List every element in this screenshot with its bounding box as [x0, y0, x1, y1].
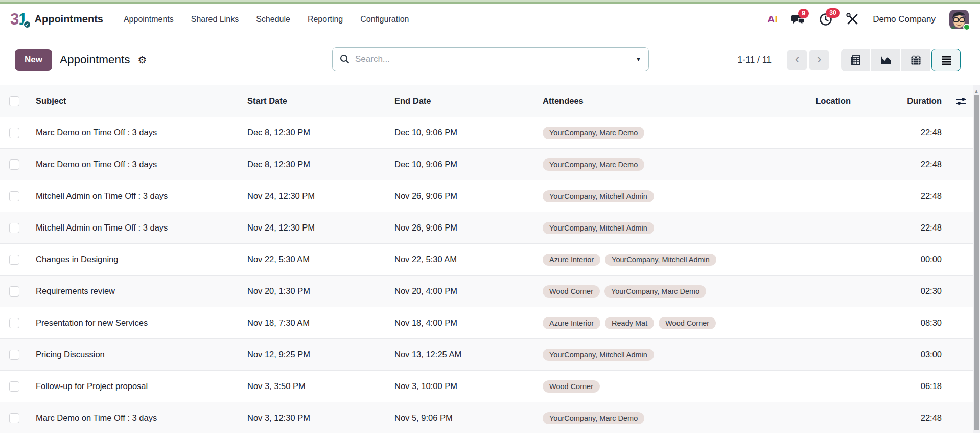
- row-checkbox[interactable]: [9, 381, 19, 392]
- table-row[interactable]: Requirements review Nov 20, 1:30 PM Nov …: [0, 276, 980, 307]
- row-checkbox[interactable]: [9, 413, 19, 423]
- calendar-view-button[interactable]: [901, 49, 930, 71]
- pager-previous-button[interactable]: ‹: [787, 50, 807, 70]
- menu-item-reporting[interactable]: Reporting: [308, 15, 343, 24]
- cell-duration: 22:48: [851, 223, 942, 233]
- menu-item-appointments[interactable]: Appointments: [124, 15, 174, 24]
- cell-subject: Changes in Designing: [36, 255, 247, 264]
- activities-button[interactable]: 30: [819, 13, 832, 26]
- pivot-table-icon: [850, 54, 861, 66]
- cell-end-date: Dec 10, 9:06 PM: [394, 159, 543, 169]
- attendee-tag: Ready Mat: [605, 317, 654, 329]
- control-panel: New Appointments ⚙ ▼ 1-11 / 11 ‹ ›: [0, 35, 980, 84]
- menu-item-configuration[interactable]: Configuration: [360, 15, 409, 24]
- attendee-tag: YourCompany, Mitchell Admin: [605, 254, 716, 266]
- table-row[interactable]: Changes in Designing Nov 22, 5:30 AM Nov…: [0, 244, 980, 276]
- row-checkbox[interactable]: [9, 255, 19, 265]
- attendee-tag: YourCompany, Mitchell Admin: [543, 222, 654, 234]
- table-row[interactable]: Pricing Discussion Nov 12, 9:25 PM Nov 1…: [0, 339, 980, 371]
- company-switcher[interactable]: Demo Company: [873, 14, 936, 25]
- attendee-tag: Wood Corner: [543, 380, 600, 393]
- messages-button[interactable]: 9: [791, 13, 805, 26]
- table-row[interactable]: Marc Demo on Time Off : 3 days Dec 8, 12…: [0, 117, 980, 149]
- cell-end-date: Nov 26, 9:06 PM: [394, 223, 543, 233]
- table-row[interactable]: Follow-up for Project proposal Nov 3, 3:…: [0, 371, 980, 402]
- column-options-button[interactable]: [955, 96, 967, 107]
- table-header-row: Subject Start Date End Date Attendees Lo…: [0, 85, 980, 117]
- header-start-date[interactable]: Start Date: [247, 96, 394, 106]
- settings-tools-button[interactable]: [846, 13, 859, 26]
- header-subject[interactable]: Subject: [36, 96, 247, 106]
- cell-subject: Marc Demo on Time Off : 3 days: [36, 159, 247, 169]
- gear-icon[interactable]: ⚙: [138, 55, 147, 65]
- graph-view-button[interactable]: [871, 49, 900, 71]
- appointments-list: Subject Start Date End Date Attendees Lo…: [0, 85, 980, 433]
- cell-start-date: Nov 3, 12:30 PM: [247, 413, 394, 423]
- scroll-up-arrow-icon[interactable]: ▲: [973, 85, 980, 94]
- menu-item-shared-links[interactable]: Shared Links: [191, 15, 239, 24]
- cell-start-date: Nov 3, 3:50 PM: [247, 381, 394, 391]
- ai-assistant-icon[interactable]: AI: [767, 14, 778, 25]
- pivot-view-button[interactable]: [841, 49, 870, 71]
- appointments-app-logo-icon[interactable]: 3 1 ✓: [10, 11, 28, 27]
- scrollbar-thumb[interactable]: [974, 95, 979, 430]
- cell-end-date: Nov 13, 12:25 AM: [394, 350, 543, 359]
- cell-attendees: YourCompany, Marc Demo: [543, 412, 769, 424]
- attendee-tag: Wood Corner: [659, 317, 716, 329]
- search-options-toggle[interactable]: ▼: [628, 48, 648, 71]
- header-end-date[interactable]: End Date: [394, 96, 543, 106]
- cell-start-date: Nov 22, 5:30 AM: [247, 255, 394, 264]
- cell-end-date: Nov 5, 9:06 PM: [394, 413, 543, 423]
- table-row[interactable]: Mitchell Admin on Time Off : 3 days Nov …: [0, 212, 980, 244]
- view-switcher: [841, 49, 961, 71]
- logo-digit-3: 3: [10, 11, 18, 27]
- cell-duration: 02:30: [851, 286, 942, 296]
- cell-end-date: Nov 22, 5:30 AM: [394, 255, 543, 264]
- cell-end-date: Dec 10, 9:06 PM: [394, 128, 543, 138]
- cell-start-date: Nov 18, 7:30 AM: [247, 318, 394, 328]
- main-navbar: 3 1 ✓ Appointments Appointments Shared L…: [0, 4, 980, 35]
- menu-item-schedule[interactable]: Schedule: [256, 15, 290, 24]
- search-input[interactable]: [355, 54, 621, 64]
- search-input-area[interactable]: [333, 48, 628, 71]
- header-duration[interactable]: Duration: [851, 96, 942, 106]
- cell-subject: Pricing Discussion: [36, 350, 247, 359]
- header-attendees[interactable]: Attendees: [543, 96, 769, 106]
- select-all-checkbox[interactable]: [9, 96, 19, 106]
- user-menu[interactable]: [949, 10, 969, 29]
- pager-next-button[interactable]: ›: [809, 50, 829, 70]
- cell-attendees: YourCompany, Mitchell Admin: [543, 190, 769, 202]
- cell-subject: Marc Demo on Time Off : 3 days: [36, 128, 247, 138]
- row-checkbox[interactable]: [9, 286, 19, 297]
- cell-duration: 08:30: [851, 318, 942, 328]
- cell-duration: 22:48: [851, 128, 942, 138]
- vertical-scrollbar[interactable]: ▲: [973, 85, 980, 433]
- cell-duration: 22:48: [851, 159, 942, 169]
- table-row[interactable]: Presentation for new Services Nov 18, 7:…: [0, 307, 980, 339]
- cell-subject: Mitchell Admin on Time Off : 3 days: [36, 191, 247, 201]
- row-checkbox[interactable]: [9, 350, 19, 360]
- header-location[interactable]: Location: [769, 96, 851, 106]
- app-name[interactable]: Appointments: [35, 13, 103, 25]
- row-checkbox[interactable]: [9, 128, 19, 138]
- pager-counter: 1-11 / 11: [738, 55, 772, 65]
- table-row[interactable]: Marc Demo on Time Off : 3 days Dec 8, 12…: [0, 149, 980, 180]
- row-checkbox[interactable]: [9, 159, 19, 170]
- list-view-button[interactable]: [931, 49, 961, 71]
- row-checkbox[interactable]: [9, 318, 19, 328]
- breadcrumb[interactable]: Appointments: [60, 53, 130, 66]
- messages-count-badge: 9: [798, 9, 809, 18]
- table-row[interactable]: Marc Demo on Time Off : 3 days Nov 3, 12…: [0, 402, 980, 433]
- search-icon: [340, 54, 349, 64]
- caret-down-icon: ▼: [636, 56, 641, 62]
- online-status-dot: [963, 24, 970, 31]
- row-checkbox[interactable]: [9, 191, 19, 201]
- cell-attendees: Azure InteriorYourCompany, Mitchell Admi…: [543, 254, 769, 266]
- cell-subject: Mitchell Admin on Time Off : 3 days: [36, 223, 247, 233]
- table-row[interactable]: Mitchell Admin on Time Off : 3 days Nov …: [0, 180, 980, 212]
- logo-check-icon: ✓: [23, 20, 31, 29]
- cell-end-date: Nov 3, 10:00 PM: [394, 381, 543, 391]
- cell-subject: Presentation for new Services: [36, 318, 247, 328]
- new-button[interactable]: New: [15, 49, 52, 71]
- row-checkbox[interactable]: [9, 223, 19, 233]
